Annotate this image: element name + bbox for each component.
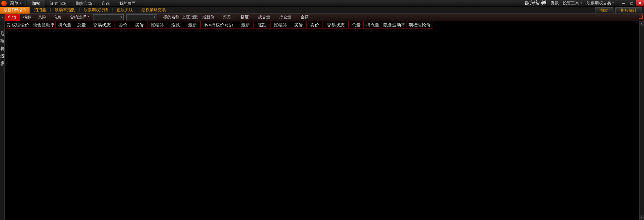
info-tab-1[interactable]: 指标	[20, 14, 35, 21]
scroll-down-icon[interactable]: ▼	[640, 215, 644, 220]
top-tabs: 期权证券市场期货市场自选我的页面	[27, 0, 140, 7]
col-left-3[interactable]: 总量	[74, 21, 89, 29]
toolbar-tab-0[interactable]: 期权T型报价	[0, 7, 30, 14]
rail-item-0[interactable]: 导航	[0, 28, 5, 29]
col-right-6[interactable]: 总量	[349, 21, 364, 29]
toolbar-tabs: 期权T型报价招招赢波动率指数股票期权行情正股关联期权策略交易	[0, 7, 170, 14]
column-headers: 期权理论价隐含波动率持仓量总量交易状态卖价买价涨幅%涨跌最新购<行权价>沽↑最新…	[5, 21, 639, 29]
col-left-2[interactable]: 持仓量	[56, 21, 74, 29]
quote-grid-body	[5, 29, 639, 220]
scroll-up-icon[interactable]: ▲	[640, 21, 644, 26]
sort-up-icon: ↑	[231, 22, 234, 28]
stat-0: 标的名称: 上证指数	[161, 14, 200, 20]
top-tab-1[interactable]: 证券市场	[45, 0, 71, 7]
rail-item-3[interactable]: 选股	[0, 50, 5, 52]
main-menu-label: 菜单	[10, 0, 18, 6]
stat-2: 涨跌: --	[221, 14, 239, 20]
maximize-button[interactable]: □	[628, 0, 636, 6]
close-button[interactable]: ✕	[636, 0, 644, 6]
col-left-8[interactable]: 涨跌	[167, 21, 184, 29]
col-right-1[interactable]: 涨跌	[254, 21, 271, 29]
col-right-3[interactable]: 买价	[290, 21, 307, 29]
caret-down-icon: ▼	[153, 16, 156, 19]
stat-5: 持仓量: --	[277, 14, 298, 20]
collapse-left-icon[interactable]: ›	[0, 14, 5, 21]
app-logo-icon	[1, 1, 7, 6]
col-left-9[interactable]: 最新	[184, 21, 201, 29]
stat-4: 成交量: --	[256, 14, 277, 20]
scroll-track[interactable]	[640, 26, 644, 215]
top-tab-4[interactable]: 我的页面	[115, 0, 140, 7]
info-stats: 标的名称: 上证指数最新价: --涨跌: --幅度: --成交量: --持仓量:…	[161, 14, 316, 20]
right-menus: 资讯投资工具▼股票期权交易▼	[549, 0, 616, 6]
rail-item-4[interactable]: 服务	[0, 58, 5, 59]
col-right-4[interactable]: 卖价	[307, 21, 323, 29]
separator	[618, 1, 618, 6]
rail-item-1[interactable]: 报价	[0, 35, 5, 37]
col-left-6[interactable]: 买价	[131, 21, 147, 29]
col-left-4[interactable]: 交易状态	[89, 21, 115, 29]
col-left-7[interactable]: 涨幅%	[147, 21, 167, 29]
right-menu-1[interactable]: 投资工具▼	[561, 0, 585, 6]
minimize-button[interactable]: ─	[620, 0, 628, 6]
stat-1: 最新价: --	[200, 14, 222, 20]
caret-down-icon: ▼	[120, 16, 123, 19]
right-menu-2[interactable]: 股票期权交易▼	[585, 0, 616, 6]
contract-combo-1[interactable]: ▼	[93, 14, 124, 20]
titlebar: 菜单 ▼ 期权证券市场期货市场自选我的页面 银河证券 资讯投资工具▼股票期权交易…	[0, 0, 644, 7]
info-tab-0[interactable]: 行情	[5, 14, 20, 21]
top-tab-2[interactable]: 期货市场	[71, 0, 97, 7]
col-right-7[interactable]: 持仓量	[364, 21, 382, 29]
toolbar: 期权T型报价招招赢波动率指数股票期权行情正股关联期权策略交易 帮助 期权统计	[0, 7, 644, 14]
contract-select-label: 合约选择：	[69, 14, 92, 20]
contract-combo-2[interactable]: ▼	[126, 14, 157, 20]
separator	[25, 1, 25, 6]
col-left-1[interactable]: 隐含波动率	[31, 21, 56, 29]
caret-down-icon: ▼	[580, 2, 582, 5]
col-right-9[interactable]: 期权理论价	[406, 21, 433, 29]
col-right-5[interactable]: 交易状态	[323, 21, 349, 29]
col-right-0[interactable]: 最新	[237, 21, 254, 29]
col-left-0[interactable]: 期权理论价	[5, 21, 31, 29]
maximize-panel-icon[interactable]	[638, 15, 643, 19]
info-tab-3[interactable]: 信息	[50, 14, 65, 21]
main-menu-button[interactable]: 菜单 ▼	[8, 0, 24, 6]
toolbar-tab-5[interactable]: 期权策略交易	[137, 7, 170, 13]
col-right-2[interactable]: 涨幅%	[271, 21, 290, 29]
top-tab-3[interactable]: 自选	[97, 0, 115, 7]
col-right-8[interactable]: 隐含波动率	[382, 21, 406, 29]
toolbar-right: 帮助 期权统计	[593, 7, 644, 13]
right-menu-0[interactable]: 资讯	[549, 0, 561, 6]
stat-3: 幅度: --	[239, 14, 256, 20]
col-left-5[interactable]: 卖价	[115, 21, 131, 29]
col-center-strike[interactable]: 购<行权价>沽↑	[201, 21, 237, 29]
brand-label: 银河证券	[521, 0, 549, 7]
toolbar-tab-1[interactable]: 招招赢	[30, 7, 50, 13]
stat-6: 金额: --	[298, 14, 316, 20]
caret-down-icon: ▼	[19, 2, 22, 5]
top-tab-0[interactable]: 期权	[27, 0, 45, 7]
info-tabs: 行情指标风险信息	[5, 14, 65, 21]
options-stats-button[interactable]: 期权统计	[615, 7, 642, 13]
vertical-scrollbar[interactable]: ▲ ▼	[639, 21, 644, 220]
info-tab-2[interactable]: 风险	[35, 14, 50, 21]
toolbar-tab-3[interactable]: 股票期权行情	[80, 7, 112, 13]
info-row: › 行情指标风险信息 合约选择： ▼ ▼ 标的名称: 上证指数最新价: --涨跌…	[0, 14, 644, 21]
caret-down-icon: ▼	[612, 2, 614, 5]
rail-item-2[interactable]: 分析	[0, 43, 5, 44]
help-button[interactable]: 帮助	[595, 7, 613, 13]
toolbar-tab-2[interactable]: 波动率指数	[51, 7, 79, 13]
toolbar-tab-4[interactable]: 正股关联	[112, 7, 137, 13]
left-rail: 导航报价分析选股服务	[0, 21, 5, 220]
